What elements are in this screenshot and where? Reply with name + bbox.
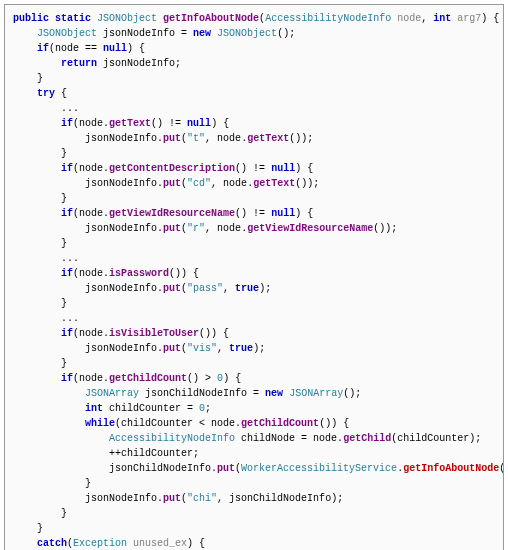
code-line: if(node == null) { <box>13 41 495 56</box>
string-literal: "t" <box>187 133 205 144</box>
code-line: jsonNodeInfo.put("pass", true); <box>13 281 495 296</box>
code-block: public static JSONObject getInfoAboutNod… <box>4 4 504 550</box>
ellipsis: ... <box>61 103 79 114</box>
ellipsis: ... <box>61 313 79 324</box>
code-line: jsonNodeInfo.put("cd", node.getText()); <box>13 176 495 191</box>
type-jsonobject: JSONObject <box>217 28 277 39</box>
code-line: JSONArray jsonChildNodeInfo = new JSONAr… <box>13 386 495 401</box>
code-line: } <box>13 506 495 521</box>
type-jsonobject: JSONObject <box>37 28 97 39</box>
code-line: jsonNodeInfo.put("vis", true); <box>13 341 495 356</box>
number-literal: 0 <box>217 373 223 384</box>
code-line: JSONObject jsonNodeInfo = new JSONObject… <box>13 26 495 41</box>
code-line: jsonNodeInfo.put("t", node.getText()); <box>13 131 495 146</box>
type-accessibilitynodeinfo: AccessibilityNodeInfo <box>265 13 391 24</box>
keyword-try: try <box>37 88 55 99</box>
code-line: if(node.getContentDescription() != null)… <box>13 161 495 176</box>
code-line: ++childCounter; <box>13 446 495 461</box>
param-arg7: arg7 <box>457 13 481 24</box>
string-literal: "cd" <box>187 178 211 189</box>
keyword-while: while <box>85 418 115 429</box>
code-line: } <box>13 296 495 311</box>
code-line: if(node.getViewIdResourceName() != null)… <box>13 206 495 221</box>
ellipsis: ... <box>61 253 79 264</box>
code-line: } <box>13 236 495 251</box>
code-line: if(node.getText() != null) { <box>13 116 495 131</box>
keyword-static: static <box>55 13 91 24</box>
keyword-int: int <box>433 13 451 24</box>
code-line: } <box>13 476 495 491</box>
var-jsonnodeinfo: jsonNodeInfo <box>103 28 175 39</box>
keyword-if: if <box>37 43 49 54</box>
string-literal: "chi" <box>187 493 217 504</box>
method-call: getInfoAboutNode <box>403 463 499 474</box>
code-line: catch(Exception unused_ex) { <box>13 536 495 550</box>
code-line: jsonNodeInfo.put("chi", jsonChildNodeInf… <box>13 491 495 506</box>
method-name: getInfoAboutNode <box>163 13 259 24</box>
code-line: } <box>13 71 495 86</box>
code-line: } <box>13 356 495 371</box>
type-workeraccessibilityservice: WorkerAccessibilityService <box>241 463 397 474</box>
string-literal: "vis" <box>187 343 217 354</box>
keyword-public: public <box>13 13 49 24</box>
code-line: if(node.isVisibleToUser()) { <box>13 326 495 341</box>
code-line: jsonNodeInfo.put("r", node.getViewIdReso… <box>13 221 495 236</box>
code-line: return jsonNodeInfo; <box>13 56 495 71</box>
var-unused-ex: unused_ex <box>133 538 187 549</box>
code-line: } <box>13 146 495 161</box>
code-line: ... <box>13 101 495 116</box>
keyword-return: return <box>61 58 97 69</box>
code-line: while(childCounter < node.getChildCount(… <box>13 416 495 431</box>
code-line: int childCounter = 0; <box>13 401 495 416</box>
code-line: } <box>13 521 495 536</box>
keyword-new: new <box>193 28 211 39</box>
code-line: try { <box>13 86 495 101</box>
code-line: jsonChildNodeInfo.put(WorkerAccessibilit… <box>13 461 495 476</box>
param-node: node <box>397 13 421 24</box>
keyword-null: null <box>103 43 127 54</box>
string-literal: "pass" <box>187 283 223 294</box>
code-line: ... <box>13 251 495 266</box>
code-line: } <box>13 191 495 206</box>
keyword-catch: catch <box>37 538 67 549</box>
type-jsonobject: JSONObject <box>97 13 157 24</box>
code-line: ... <box>13 311 495 326</box>
code-line: AccessibilityNodeInfo childNode = node.g… <box>13 431 495 446</box>
code-line: if(node.getChildCount() > 0) { <box>13 371 495 386</box>
type-exception: Exception <box>73 538 127 549</box>
code-line: if(node.isPassword()) { <box>13 266 495 281</box>
keyword-true: true <box>235 283 259 294</box>
code-line: public static JSONObject getInfoAboutNod… <box>13 11 495 26</box>
string-literal: "r" <box>187 223 205 234</box>
